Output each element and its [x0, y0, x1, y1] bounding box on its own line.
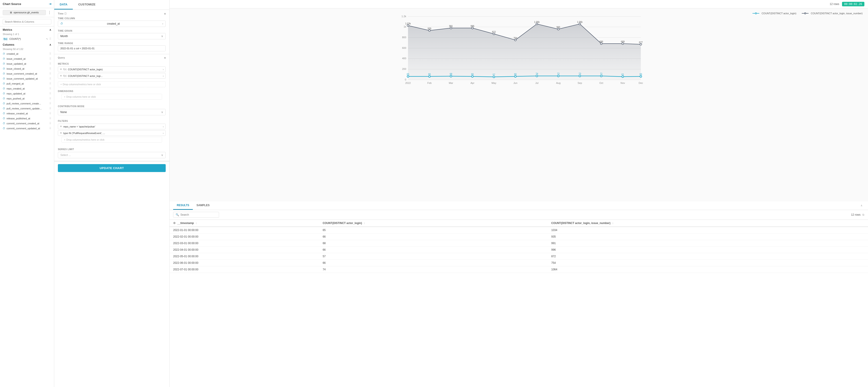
- sort-icon-2[interactable]: ↕: [364, 221, 365, 225]
- clock-icon: ⏱: [3, 53, 5, 55]
- query-collapse-icon[interactable]: ∧: [164, 57, 166, 59]
- svg-text:965: 965: [557, 26, 560, 28]
- sort-icon-3[interactable]: ↕: [612, 221, 614, 225]
- collapse-icon[interactable]: ⇥: [49, 2, 51, 6]
- columns-label: Columns: [3, 43, 14, 46]
- tab-results[interactable]: RESULTS: [173, 201, 193, 210]
- tab-bar: DATA CUSTOMIZE: [54, 0, 169, 10]
- metric-expand-1[interactable]: ›: [163, 68, 164, 71]
- tab-samples[interactable]: SAMPLES: [193, 201, 213, 210]
- table-row: 2022-04-01 00:00:0066996: [169, 246, 868, 253]
- drag-handle[interactable]: ⠿: [49, 82, 51, 85]
- svg-point-25: [622, 43, 624, 44]
- svg-point-40: [429, 76, 430, 77]
- drop-filters-area[interactable]: + Drop columns/metrics here or click: [61, 137, 162, 143]
- svg-text:872: 872: [492, 31, 496, 33]
- drag-handle[interactable]: ⠿: [49, 37, 51, 40]
- svg-text:66: 66: [471, 73, 474, 76]
- datasource-badge[interactable]: ⊞ opensource.gh_events: [3, 10, 46, 15]
- columns-section-header: Columns ∧: [0, 41, 54, 47]
- drag-handle[interactable]: ⠿: [49, 112, 51, 115]
- svg-point-19: [493, 33, 495, 35]
- drag-handle[interactable]: ⠿: [49, 52, 51, 55]
- contrib-mode-select[interactable]: None ∨: [58, 109, 166, 115]
- svg-text:72: 72: [557, 72, 560, 75]
- filters-label: FILTERS: [58, 120, 166, 122]
- drop-dims-placeholder: Drop columns here or click: [66, 95, 96, 98]
- drag-handle[interactable]: ⠿: [49, 97, 51, 100]
- drag-handle[interactable]: ⠿: [49, 117, 51, 120]
- drag-handle[interactable]: ⠿: [49, 77, 51, 80]
- time-column-value: created_at: [107, 22, 120, 25]
- filter-expand-2[interactable]: ›: [163, 132, 164, 135]
- drag-handle[interactable]: ⠿: [49, 92, 51, 95]
- series-limit-chevron: ∨: [161, 153, 163, 157]
- clock-icon: ⏱: [3, 82, 5, 85]
- drag-handle[interactable]: ⠿: [49, 72, 51, 75]
- svg-point-21: [536, 23, 538, 25]
- svg-point-18: [471, 27, 473, 29]
- svg-point-42: [471, 76, 473, 77]
- drag-handle[interactable]: ⠿: [49, 102, 51, 105]
- results-search-input[interactable]: [180, 213, 217, 216]
- svg-text:2022: 2022: [405, 82, 411, 84]
- chart-source-label: Chart Source: [3, 2, 21, 6]
- svg-text:689: 689: [621, 40, 625, 43]
- time-grain-select[interactable]: Month ∨: [58, 33, 166, 39]
- update-btn-row: UPDATE CHART: [54, 161, 169, 175]
- remove-metric-2[interactable]: ✕: [60, 75, 62, 77]
- time-grain-value: Month: [60, 35, 68, 38]
- right-panel: 12 rows 00:00:02.26 COUNT(DISTINCT actor…: [169, 0, 868, 387]
- remove-filter-2[interactable]: ✕: [60, 131, 62, 135]
- drag-handle[interactable]: ⠿: [49, 62, 51, 65]
- contrib-chevron: ∨: [161, 111, 163, 114]
- tab-customize[interactable]: CUSTOMIZE: [73, 0, 101, 9]
- time-column-select[interactable]: ⏱ created_at ›: [58, 21, 166, 27]
- list-item: ⏱pull_review_comment_update...⠿: [0, 106, 54, 111]
- drag-handle[interactable]: ⠿: [49, 107, 51, 110]
- datasource-more-icon[interactable]: ⋮: [48, 10, 51, 15]
- func-badge: f(x): [3, 37, 8, 40]
- drag-handle[interactable]: ⠿: [49, 122, 51, 125]
- metrics-collapse-icon[interactable]: ∧: [49, 28, 51, 31]
- svg-text:66: 66: [428, 73, 431, 76]
- results-scroll[interactable]: ⚙ __timestamp ↕ COUNT(DISTINCT actor_log…: [169, 220, 868, 387]
- svg-text:68: 68: [450, 73, 452, 75]
- drag-handle[interactable]: ⠿: [49, 57, 51, 60]
- search-metrics-input[interactable]: [3, 19, 51, 24]
- columns-collapse-icon[interactable]: ∧: [49, 43, 51, 46]
- filters-section: FILTERS ✕ repo_name = 'apache/pulsar' › …: [54, 118, 169, 146]
- table-header-actor-login: COUNT(DISTINCT actor_login) ↕: [319, 220, 548, 227]
- svg-point-22: [557, 28, 559, 30]
- time-range-value[interactable]: 2022-01-01 ≤ col < 2023-01-01: [58, 46, 166, 51]
- copy-icon[interactable]: ⧉: [862, 213, 864, 216]
- tab-data[interactable]: DATA: [54, 0, 73, 9]
- remove-metric-1[interactable]: ✕: [60, 68, 62, 71]
- svg-point-24: [600, 43, 602, 44]
- svg-text:Jun: Jun: [513, 82, 518, 84]
- drop-metrics-area[interactable]: + Drop columns/metrics here or click: [58, 81, 166, 87]
- dimensions-label: DIMENSIONS: [58, 90, 166, 92]
- drag-handle[interactable]: ⠿: [49, 87, 51, 90]
- metric-expand-2[interactable]: ›: [163, 75, 164, 77]
- time-range-field: TIME RANGE 2022-01-01 ≤ col < 2023-01-01: [54, 42, 169, 54]
- drop-dims-area[interactable]: + Drop columns here or click: [61, 94, 162, 100]
- svg-text:400: 400: [402, 57, 406, 60]
- list-item: ⏱issue_comment_updated_at⠿: [0, 76, 54, 81]
- drag-handle[interactable]: ⠿: [49, 67, 51, 70]
- filter-expand-1[interactable]: ›: [163, 125, 164, 128]
- update-chart-button[interactable]: UPDATE CHART: [58, 164, 166, 172]
- legend-item-1: COUNT(DISTINCT actor_login): [752, 12, 796, 15]
- sort-icon[interactable]: ↕: [195, 221, 197, 225]
- settings-icon: ⚙: [173, 221, 176, 225]
- table-row: 2022-02-01 00:00:0066935: [169, 233, 868, 240]
- metric-chip-1: ✕ f(x) COUNT(DISTINCT actor_login) ›: [58, 66, 166, 72]
- remove-filter-1[interactable]: ✕: [60, 125, 62, 128]
- collapse-results-icon[interactable]: ∧: [859, 204, 864, 207]
- time-collapse-icon[interactable]: ∧: [164, 12, 166, 15]
- list-item: ⏱issue_updated_at⠿: [0, 61, 54, 66]
- chart-area: COUNT(DISTINCT actor_login) COUNT(DISTIN…: [169, 8, 868, 201]
- drag-handle[interactable]: ⠿: [49, 127, 51, 130]
- series-limit-select[interactable]: Select ... ∨: [58, 152, 166, 158]
- svg-text:1k: 1k: [403, 25, 406, 28]
